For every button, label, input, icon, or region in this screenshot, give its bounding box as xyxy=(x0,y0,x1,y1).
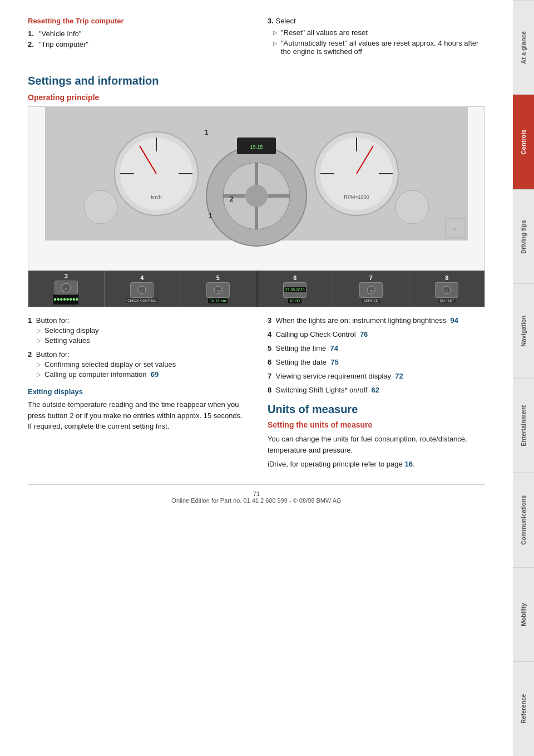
svg-text:1: 1 xyxy=(208,212,212,220)
reset-step-2: 2. "Trip computer" xyxy=(28,40,245,48)
top-section: Resetting the Trip computer 1. "Vehicle … xyxy=(28,17,485,58)
panel-item-6: 6 27.05.2010 00:00 xyxy=(258,271,334,307)
button-8[interactable]: ⬡ xyxy=(435,282,458,298)
svg-point-3 xyxy=(245,185,268,207)
button-descriptions: 1 Button for: Selecting display Setting … xyxy=(28,316,485,473)
button-7[interactable]: ⚙ xyxy=(359,282,383,298)
sidebar-tab-mobility[interactable]: Mobility xyxy=(513,567,534,662)
svg-text:⬡: ⬡ xyxy=(446,289,448,293)
svg-text:RPM×1000: RPM×1000 xyxy=(344,194,369,200)
desc-button-4: 4 Calling up Check Control 76 xyxy=(268,330,485,338)
step3-sub-2: "Automatically reset" all values are res… xyxy=(273,39,485,56)
dashboard-container: km/h RPM×1000 15:15 1 1 2 xyxy=(28,106,485,307)
resetting-section: Resetting the Trip computer 1. "Vehicle … xyxy=(28,17,245,58)
button-panel: 3 ☼ •••••••• 4 ✓ CHECK CONTROL 5 ⊙ xyxy=(28,271,484,307)
desc-button-1: 1 Button for: Selecting display Setting … xyxy=(28,316,245,345)
footer-text: Online Edition for Part no. 01 41 2 600 … xyxy=(28,497,485,504)
svg-text:☼: ☼ xyxy=(64,286,68,291)
sidebar-tab-communications[interactable]: Communications xyxy=(513,473,534,567)
svg-text:✓: ✓ xyxy=(140,289,144,293)
descriptions-right: 3 When the lights are on: instrument lig… xyxy=(268,316,485,473)
resetting-heading: Resetting the Trip computer xyxy=(28,17,245,25)
button-2-sub-2: Calling up computer information Calling … xyxy=(37,370,245,379)
panel-item-8: 8 ⬡ ON / SET xyxy=(409,271,485,307)
descriptions-left: 1 Button for: Selecting display Setting … xyxy=(28,316,245,473)
button-4-icon: ✓ xyxy=(136,284,147,296)
button-3[interactable]: ☼ xyxy=(55,281,78,294)
button-4[interactable]: ✓ xyxy=(130,282,154,298)
button-5-icon: ⊙ xyxy=(212,284,224,296)
sidebar-tab-at-a-glance[interactable]: At a glance xyxy=(513,0,534,95)
units-section: Units of measure Setting the units of me… xyxy=(268,403,485,470)
button-8-icon: ⬡ xyxy=(441,284,452,296)
svg-text:15:15: 15:15 xyxy=(250,144,263,150)
desc-button-6: 6 Setting the date 75 xyxy=(268,358,485,366)
button-3-icon: ☼ xyxy=(61,282,72,293)
svg-text:⊙: ⊙ xyxy=(216,289,219,293)
desc-button-3: 3 When the lights are on: instrument lig… xyxy=(268,316,485,325)
desc-button-7: 7 Viewing service requirement display 72 xyxy=(268,372,485,380)
button-6[interactable]: 27.05.2010 xyxy=(283,282,306,298)
reset-steps: 1. "Vehicle Info" 2. "Trip computer" xyxy=(28,30,245,48)
step3-sub-1: "Reset" all values are reset xyxy=(273,28,485,37)
desc-button-2: 2 Button for: Confirming selected displa… xyxy=(28,350,245,379)
svg-point-27 xyxy=(84,190,117,224)
sidebar-tab-entertainment[interactable]: Entertainment xyxy=(513,378,534,473)
exiting-text: The outside-temperature reading and the … xyxy=(28,399,245,432)
exiting-section: Exiting displays The outside-temperature… xyxy=(28,387,245,432)
operating-principle-heading: Operating principle xyxy=(28,93,485,102)
button-5[interactable]: ⊙ xyxy=(206,282,230,298)
button-7-icon: ⚙ xyxy=(365,284,377,296)
button-1-sub-2: Setting values xyxy=(37,336,245,345)
svg-text:⚙: ⚙ xyxy=(369,289,372,293)
svg-text:1: 1 xyxy=(204,128,208,136)
reset-step3-section: 3. Select "Reset" all values are reset "… xyxy=(268,17,485,58)
sidebar-tab-navigation[interactable]: Navigation xyxy=(513,283,534,378)
svg-text:©: © xyxy=(454,228,457,231)
sidebar-tab-driving-tips[interactable]: Driving tips xyxy=(513,189,534,284)
reset-step-1: 1. "Vehicle Info" xyxy=(28,30,245,38)
main-content: Resetting the Trip computer 1. "Vehicle … xyxy=(0,0,513,521)
units-heading: Units of measure xyxy=(268,403,485,416)
sidebar: At a glance Controls Driving tips Naviga… xyxy=(513,0,534,756)
step3-sub-list: "Reset" all values are reset "Automatica… xyxy=(268,28,485,56)
dashboard-svg: km/h RPM×1000 15:15 1 1 2 xyxy=(28,107,484,268)
button-1-sub: Selecting display Setting values xyxy=(28,326,245,345)
panel-item-4: 4 ✓ CHECK CONTROL xyxy=(105,271,181,307)
sidebar-tab-controls[interactable]: Controls xyxy=(513,95,534,189)
button-2-sub: Confirming selected display or set value… xyxy=(28,360,245,379)
panel-item-3: 3 ☼ •••••••• xyxy=(28,271,105,307)
settings-main-heading: Settings and information xyxy=(28,75,485,87)
svg-text:km/h: km/h xyxy=(151,194,162,200)
button-1-sub-1: Selecting display xyxy=(37,326,245,335)
panel-item-5: 5 ⊙ 1h 15 am xyxy=(180,271,256,307)
step3-label: 3. Select xyxy=(268,17,485,25)
desc-button-8: 8 Switching Shift Lights* on/off 62 xyxy=(268,386,485,394)
units-sub-heading: Setting the units of measure xyxy=(268,420,485,429)
units-text1: You can change the units for fuel consum… xyxy=(268,434,485,455)
panel-item-7: 7 ⚙ SERVICE xyxy=(333,271,409,307)
button-2-sub-1: Confirming selected display or set value… xyxy=(37,360,245,369)
units-text2: iDrive, for operating principle refer to… xyxy=(268,459,485,470)
sidebar-tab-reference[interactable]: Reference xyxy=(513,661,534,756)
page-number: 71 xyxy=(28,490,485,497)
page-footer: 71 Online Edition for Part no. 01 41 2 6… xyxy=(28,484,485,504)
svg-point-28 xyxy=(395,190,429,224)
desc-button-5: 5 Setting the time 74 xyxy=(268,344,485,352)
svg-text:2: 2 xyxy=(229,195,233,203)
exiting-heading: Exiting displays xyxy=(28,387,245,396)
